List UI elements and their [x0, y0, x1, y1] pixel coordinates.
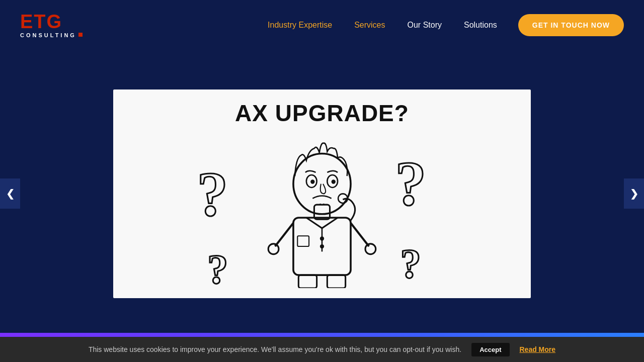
svg-point-18 [332, 179, 336, 184]
carousel-prev-button[interactable]: ❮ [0, 178, 20, 209]
svg-point-17 [310, 179, 314, 184]
site-header: ETG CONSULTING Industry Expertise Servic… [0, 0, 644, 50]
nav-item-solutions[interactable]: Solutions [453, 16, 508, 35]
logo-brand: ETG [20, 12, 62, 31]
nav-item-industry-expertise[interactable]: Industry Expertise [257, 16, 343, 35]
logo-consulting: CONSULTING [20, 32, 76, 38]
svg-point-6 [320, 236, 324, 240]
main-content: ❮ AX UPGRADE? ? ? ? ? [0, 50, 644, 337]
cta-button[interactable]: GET IN TOUCH NOW [518, 14, 624, 36]
logo-text: ETG [20, 11, 62, 32]
logo-dot-icon [78, 33, 83, 37]
svg-text:?: ? [400, 240, 421, 287]
svg-text:?: ? [207, 245, 228, 288]
svg-line-10 [351, 223, 369, 246]
svg-line-9 [275, 223, 293, 246]
chevron-right-icon: ❯ [630, 188, 638, 200]
carousel-slide: AX UPGRADE? ? ? ? ? [113, 89, 531, 298]
svg-rect-8 [297, 236, 309, 246]
svg-point-12 [365, 243, 376, 254]
slide-title: AX UPGRADE? [235, 100, 409, 127]
nav-item-our-story[interactable]: Our Story [396, 16, 453, 35]
svg-text:?: ? [395, 149, 426, 218]
cookie-banner: This website uses cookies to improve you… [0, 337, 644, 362]
cookie-read-more-link[interactable]: Read More [520, 345, 556, 353]
bottom-color-bar [0, 333, 644, 337]
svg-point-11 [268, 243, 279, 254]
slide-content: AX UPGRADE? ? ? ? ? [113, 89, 531, 298]
chevron-left-icon: ❮ [6, 188, 15, 200]
svg-rect-20 [327, 275, 345, 288]
cookie-message: This website uses cookies to improve you… [89, 345, 461, 353]
cookie-accept-button[interactable]: Accept [471, 343, 509, 356]
nav-item-services[interactable]: Services [343, 16, 396, 35]
svg-rect-19 [298, 275, 316, 288]
svg-point-7 [320, 244, 324, 248]
carousel-next-button[interactable]: ❯ [624, 178, 644, 209]
main-nav: Industry Expertise Services Our Story So… [257, 14, 624, 36]
logo[interactable]: ETG CONSULTING [20, 12, 83, 38]
slide-illustration-svg: ? ? ? ? [166, 132, 478, 288]
svg-text:?: ? [197, 159, 228, 228]
